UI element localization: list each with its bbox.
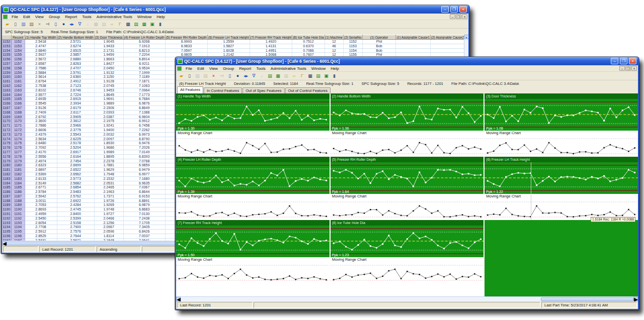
column-header[interactable]: (2) Handle Bottom Width [57,35,94,40]
feature-panel-1[interactable]: (1) Handle Top WidthPpk = 1.30Moving Ran… [176,93,330,157]
pages-icon[interactable]: ▤ [100,21,108,28]
column-header[interactable]: (1) Operator [362,35,396,40]
menu-group[interactable]: Group [220,66,236,71]
xbar-chart[interactable]: Ppk = 1.50 [176,226,330,257]
mdi-restore-button[interactable]: ❐ [625,66,631,71]
moving-range-chart[interactable] [176,262,330,283]
scroll-left-arrow[interactable]: ◂ [2,241,7,246]
row-header[interactable]: 1178 [2,154,11,159]
row-header[interactable]: 1174 [2,137,11,141]
front-horizontal-scrollbar[interactable]: ◂ ▸ [176,296,638,301]
moving-range-chart[interactable] [331,136,484,157]
wrench-icon[interactable]: Γ [116,21,124,28]
row-header[interactable]: 1155 [2,53,11,57]
row-header[interactable]: 1186 [2,190,11,194]
goto-last-icon[interactable]: ⊣ [218,73,225,79]
row-header[interactable]: 1182 [2,172,11,176]
xbar-chart[interactable]: Ppk = 1.30 [176,99,330,131]
menu-help[interactable]: Help [328,66,341,71]
row-header[interactable]: 1163 [2,88,11,92]
chart-xbar-icon[interactable]: ▤ [132,21,140,28]
row-header[interactable]: 1158 [2,66,11,70]
row-header[interactable]: 1188 [2,198,11,203]
copy-icon[interactable]: ▥ [194,73,201,79]
tab-out-of-spec-features[interactable]: Out of Spec Features [243,87,284,93]
column-header[interactable]: (3) Door Thickness [94,35,123,40]
filter-icon[interactable]: ∇ [76,21,84,28]
moving-range-chart[interactable] [176,136,330,157]
row-header[interactable]: 1159 [2,70,11,75]
chart-switch1-icon[interactable]: ▤ [266,73,274,79]
row-header[interactable]: 1165 [2,97,11,101]
menu-administrative-tools[interactable]: Administrative Tools [94,15,135,19]
column-header[interactable]: Record [11,35,25,40]
menu-view[interactable]: View [33,15,46,19]
row-header[interactable]: 1167 [2,105,11,110]
row-header[interactable]: 1191 [2,212,11,217]
row-header[interactable]: 1190 [2,207,11,212]
row-header[interactable]: 1194 [2,225,11,230]
report-preview-icon[interactable]: ▯ [226,73,233,79]
row-header[interactable]: 1180 [2,163,11,168]
row-header[interactable]: 1193 [2,221,11,225]
monitor-icon[interactable]: ▣ [323,73,330,79]
menu-file[interactable]: File [183,66,195,71]
feature-panel-2[interactable]: (2) Handle Bottom WidthPpk = 1.36Moving … [331,93,484,157]
feature-panel-7[interactable]: (7) Freezer RH Track HeightPpk = 1.50Mov… [176,220,330,296]
row-header[interactable]: 1192 [2,216,11,221]
table-row[interactable]: 115411542.68402.65152.17316.82137.05971.… [2,48,468,53]
mdi-restore-button[interactable]: ❐ [456,14,461,19]
pin-icon[interactable]: ● [234,73,242,79]
navigate-records-icon[interactable]: ◂▸ [242,73,250,79]
row-header[interactable]: 1161 [2,79,11,84]
row-header[interactable]: 1160 [2,75,11,79]
close-button[interactable]: × [459,6,467,13]
maximize-button[interactable]: ❐ [450,6,458,13]
menu-group[interactable]: Group [46,15,62,19]
chart-grid-icon[interactable]: ▦ [140,21,148,28]
row-header[interactable]: 1177 [2,150,11,154]
delete-record-icon[interactable]: × [210,73,217,79]
feature-panel-5[interactable]: (5) Freezer RH Roller DepthPpk = 1.64Mov… [331,157,484,220]
menu-view[interactable]: View [207,66,220,71]
delete-record-icon[interactable]: × [36,21,43,28]
monitor-icon[interactable]: ▣ [148,21,156,28]
menu-administrative-tools[interactable]: Administrative Tools [268,66,309,71]
row-header[interactable]: 1183 [2,176,11,181]
wrench-icon[interactable]: Γ [298,73,306,79]
tab-all-features[interactable]: All Features [177,86,203,93]
feature-panel-4[interactable]: (4) Freezer LH Roller DepthPpk = 1.39Mov… [176,157,330,220]
feature-panel-6[interactable]: (6) Freezer LH Track HeightPpk = 1.22Mov… [485,157,638,220]
menu-window[interactable]: Window [309,66,328,71]
open-folder-icon[interactable]: ▰ [4,21,11,28]
column-header[interactable]: (5) Freezer RH Roller Depth [165,35,207,40]
row-header[interactable]: 1185 [2,185,11,190]
mdi-close-button[interactable]: × [631,66,637,71]
paste-icon[interactable]: ▤ [28,21,35,28]
delete-icon[interactable]: ▯ [186,73,193,79]
xbar-chart[interactable]: Ppk = 1.64 [331,162,484,194]
minimize-button[interactable]: – [441,6,449,13]
column-header[interactable]: (1) Handle Top Width [25,35,57,40]
xbar-chart[interactable]: Ppk = 1.23 [331,226,484,257]
tab-out-of-control-features[interactable]: Out of Control Features [285,87,331,93]
xbar-chart[interactable]: Ppk = 1.39 [176,162,330,194]
minimize-button[interactable]: – [611,58,618,64]
row-header[interactable]: 1197 [2,238,11,241]
row-header[interactable]: 1173 [2,132,11,137]
row-header[interactable]: 1168 [2,110,11,115]
pin-icon[interactable]: ● [60,21,67,28]
table-row[interactable]: 115211522.54182.57211.90456.92686.99931.… [2,40,468,44]
row-header[interactable]: 1175 [2,141,11,146]
scroll-left-arrow[interactable]: ◂ [176,297,181,301]
mdi-minimize-button[interactable]: – [619,66,625,71]
row-header[interactable]: 1176 [2,146,11,150]
export-down-icon[interactable]: ↓ [84,21,92,28]
scroll-right-arrow[interactable]: ▸ [633,297,638,301]
maximize-button[interactable]: ❐ [620,58,627,64]
row-header[interactable]: 1187 [2,194,11,198]
row-header[interactable]: 1179 [2,159,11,163]
row-header[interactable]: 1181 [2,168,11,172]
grid-icon[interactable]: ▦ [92,21,100,28]
moving-range-chart[interactable] [331,262,484,283]
